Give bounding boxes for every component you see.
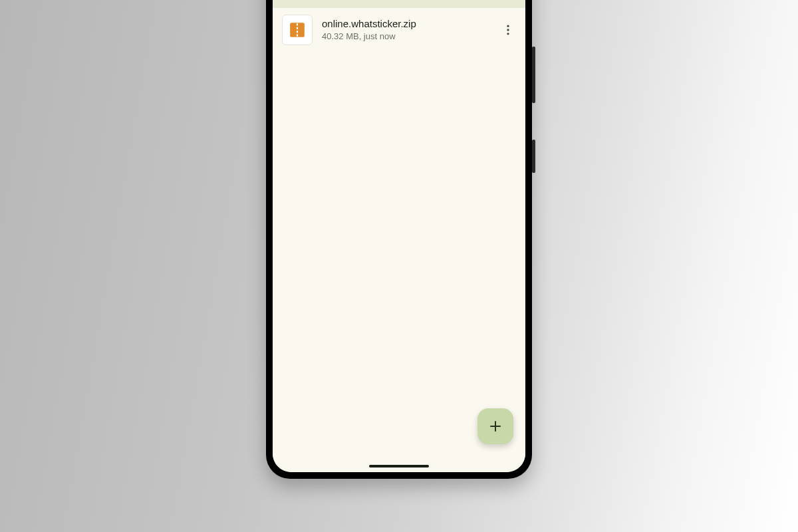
page-backdrop: Internal storage: [0, 0, 798, 532]
svg-rect-11: [297, 35, 298, 37]
file-thumbnail: [282, 15, 313, 45]
phone-side-button: [532, 140, 535, 173]
svg-point-13: [507, 29, 509, 31]
svg-rect-9: [297, 27, 298, 29]
svg-rect-10: [297, 31, 298, 33]
file-more-button[interactable]: [495, 17, 521, 43]
svg-point-12: [507, 25, 509, 27]
file-meta: 40.32 MB, just now: [322, 31, 485, 43]
more-vert-icon: [501, 23, 515, 37]
app-bar: Internal storage: [273, 0, 525, 8]
file-text: online.whatsticker.zip 40.32 MB, just no…: [322, 18, 485, 42]
file-row[interactable]: online.whatsticker.zip 40.32 MB, just no…: [273, 8, 525, 52]
zip-file-icon: [289, 21, 306, 39]
gesture-handle[interactable]: [369, 465, 429, 467]
svg-rect-8: [297, 23, 298, 25]
breadcrumb: Internal storage Documents FMBackups: [273, 0, 525, 8]
gesture-nav-bar: [273, 460, 525, 472]
phone-frame: Internal storage: [266, 0, 532, 479]
file-name: online.whatsticker.zip: [322, 18, 485, 31]
phone-screen: Internal storage: [273, 0, 525, 472]
file-list: online.whatsticker.zip 40.32 MB, just no…: [273, 8, 525, 460]
phone-side-button: [532, 47, 535, 103]
svg-point-14: [507, 33, 509, 35]
add-fab[interactable]: [477, 408, 513, 444]
plus-icon: [487, 418, 503, 434]
